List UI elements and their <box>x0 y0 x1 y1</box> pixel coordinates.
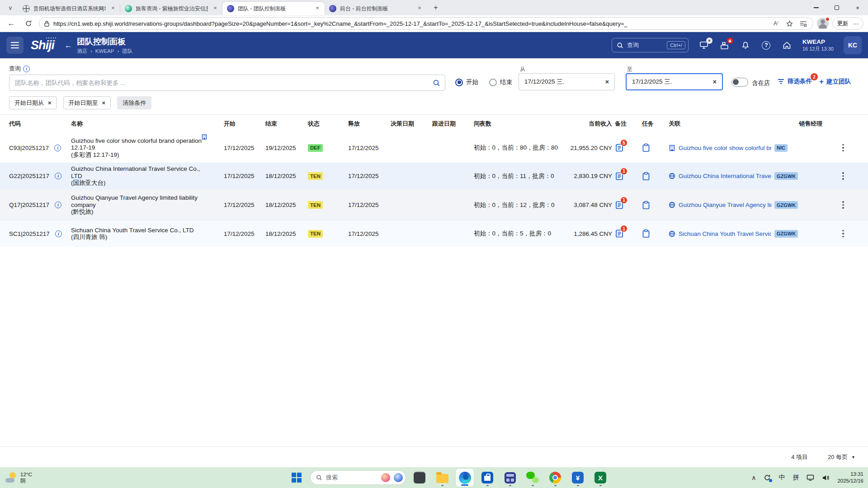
taskbar-chrome[interactable] <box>546 469 564 487</box>
col-notes[interactable]: 备注 <box>615 120 642 128</box>
browser-profile-avatar[interactable] <box>817 18 829 29</box>
col-sales-manager[interactable]: 销售经理 <box>799 120 839 128</box>
taskbar-excel[interactable]: X <box>591 469 609 487</box>
workstation-button[interactable]: × <box>698 40 709 51</box>
chip-start-date-to[interactable]: 开始日期至 × <box>63 96 111 109</box>
to-date-input[interactable] <box>632 79 712 85</box>
tasks-cell[interactable] <box>642 229 653 238</box>
col-name[interactable]: 名称 <box>71 120 224 128</box>
global-search-box[interactable]: 查询 Ctrl+/ <box>612 38 689 52</box>
page-size-selector[interactable]: 20 每页 ▼ <box>828 453 855 461</box>
window-maximize-button[interactable] <box>826 0 847 15</box>
browser-menu-icon[interactable]: ⋯ <box>853 20 859 27</box>
taskbar-app-dark[interactable] <box>410 469 429 487</box>
col-room-nights[interactable]: 间夜数 <box>474 120 570 128</box>
hidden-icons-chevron-icon[interactable]: ∧ <box>751 474 756 481</box>
tab-search-chevron-icon[interactable]: ∨ <box>4 1 17 14</box>
address-bar[interactable]: https://cn1.web.ep.shiji.world/reservati… <box>39 17 813 30</box>
row-actions-menu-icon[interactable] <box>839 144 848 152</box>
col-status[interactable]: 状态 <box>308 120 348 128</box>
taskbar-search-box[interactable]: 搜索 <box>310 470 406 485</box>
taskbar-calculator[interactable] <box>501 469 519 487</box>
radio-end[interactable]: 结束 <box>489 78 512 86</box>
read-aloud-icon[interactable]: A⁾ <box>771 19 781 28</box>
filter-conditions-button[interactable]: 筛选条件 2 <box>778 77 812 85</box>
favorites-bar-icon[interactable] <box>798 19 808 28</box>
col-code[interactable]: 代码 <box>9 120 71 128</box>
col-end[interactable]: 结束 <box>265 120 308 128</box>
tasks-cell[interactable] <box>642 201 653 210</box>
table-row[interactable]: G22|20251217 i Guizhou China Internation… <box>0 163 868 189</box>
user-avatar[interactable]: KC <box>844 36 862 54</box>
taskbar-wechat[interactable] <box>524 469 542 487</box>
notes-cell[interactable]: 1 <box>615 201 626 210</box>
row-actions-menu-icon[interactable] <box>839 230 848 238</box>
tab-close-icon[interactable]: × <box>212 5 219 12</box>
linked-profile-link[interactable]: Guizhou Qianyue Travel Agency limited li… <box>679 202 771 208</box>
cashier-button[interactable] <box>719 40 730 51</box>
back-button[interactable]: ← <box>5 17 18 30</box>
linked-profile-link[interactable]: Guizhou China International Travel Servi… <box>679 173 771 179</box>
browser-tab-1[interactable]: 贵阳机场智选假日酒店系统网址导 × <box>18 2 120 15</box>
clear-filters-button[interactable]: 清除条件 <box>117 96 151 109</box>
main-menu-button[interactable] <box>6 37 24 54</box>
speaker-icon[interactable] <box>822 474 830 481</box>
info-icon[interactable]: i <box>55 202 61 208</box>
chip-start-date-from[interactable]: 开始日期从 × <box>9 96 57 109</box>
start-button[interactable] <box>288 469 306 487</box>
taskbar-store[interactable] <box>478 469 496 487</box>
window-close-button[interactable]: × <box>847 0 868 15</box>
col-current-revenue[interactable]: 当前收入 <box>570 120 615 128</box>
create-group-button[interactable]: + 建立团队 <box>819 77 851 86</box>
browser-update-button[interactable]: 更新 ⋯ <box>832 17 864 30</box>
info-icon[interactable]: i <box>54 145 61 151</box>
tab-close-icon[interactable]: × <box>109 5 117 12</box>
ime-pinyin-indicator[interactable]: 拼 <box>793 474 799 482</box>
table-row[interactable]: Q17|20251217 i Guizhou Qianyue Travel Ag… <box>0 189 868 221</box>
notes-cell[interactable]: 1 <box>615 229 626 238</box>
refresh-button[interactable] <box>22 17 35 30</box>
row-actions-menu-icon[interactable] <box>839 172 848 180</box>
info-icon[interactable]: i <box>23 66 30 72</box>
linked-profile-link[interactable]: Sichuan China Youth Travel Service Co., … <box>679 230 771 237</box>
breadcrumb-groups[interactable]: 团队 <box>122 48 132 55</box>
remove-chip-icon[interactable]: × <box>102 99 106 106</box>
col-release[interactable]: 释放 <box>348 120 391 128</box>
cast-display-icon[interactable] <box>807 474 814 481</box>
to-date-field[interactable]: × <box>626 73 723 90</box>
include-inhouse-toggle[interactable] <box>731 78 748 87</box>
col-start[interactable]: 开始 <box>224 120 265 128</box>
radio-start[interactable]: 开始 <box>455 78 478 86</box>
col-decision-date[interactable]: 决策日期 <box>391 120 432 128</box>
notes-cell[interactable]: 5 <box>615 143 626 152</box>
notifications-button[interactable] <box>740 40 751 51</box>
update-pending-icon[interactable] <box>764 474 771 481</box>
tasks-cell[interactable] <box>642 143 653 152</box>
browser-tab-2[interactable]: 旅客查询 - 紫楠旅馆业治安信息管 × <box>120 2 222 15</box>
table-row[interactable]: C93|20251217 i Guizhou five color show c… <box>0 133 868 163</box>
col-links[interactable]: 关联 <box>669 120 799 128</box>
clear-from-date-icon[interactable]: × <box>604 78 610 85</box>
info-icon[interactable]: i <box>55 173 61 179</box>
notes-cell[interactable]: 1 <box>615 172 626 181</box>
taskbar-edge-active[interactable] <box>456 469 474 487</box>
group-search-field[interactable] <box>9 75 445 91</box>
ime-mode-indicator[interactable]: 中 <box>778 474 785 482</box>
group-search-input[interactable] <box>15 80 429 86</box>
breadcrumb-hotel[interactable]: 酒店 <box>77 48 87 55</box>
breadcrumb-property[interactable]: KWEAP <box>95 48 114 54</box>
url-text[interactable]: https://cn1.web.ep.shiji.world/reservati… <box>53 20 768 27</box>
remove-chip-icon[interactable]: × <box>48 99 52 106</box>
tab-close-icon[interactable]: × <box>416 5 423 12</box>
search-icon[interactable] <box>433 79 440 87</box>
clear-to-date-icon[interactable]: × <box>712 78 717 85</box>
from-date-field[interactable]: × <box>519 73 615 90</box>
taskbar-clock[interactable]: 13:31 2025/12/16 <box>837 471 863 484</box>
tasks-cell[interactable] <box>642 172 653 181</box>
taskbar-file-explorer[interactable] <box>433 469 451 487</box>
header-back-button[interactable]: ← <box>64 41 72 50</box>
taskbar-payment-app[interactable]: ¥ <box>569 469 587 487</box>
help-button[interactable]: ? <box>761 40 772 51</box>
linked-profile-link[interactable]: Guizhou five color show colorful brand o… <box>679 145 771 151</box>
col-followup-date[interactable]: 跟进日期 <box>432 120 474 128</box>
